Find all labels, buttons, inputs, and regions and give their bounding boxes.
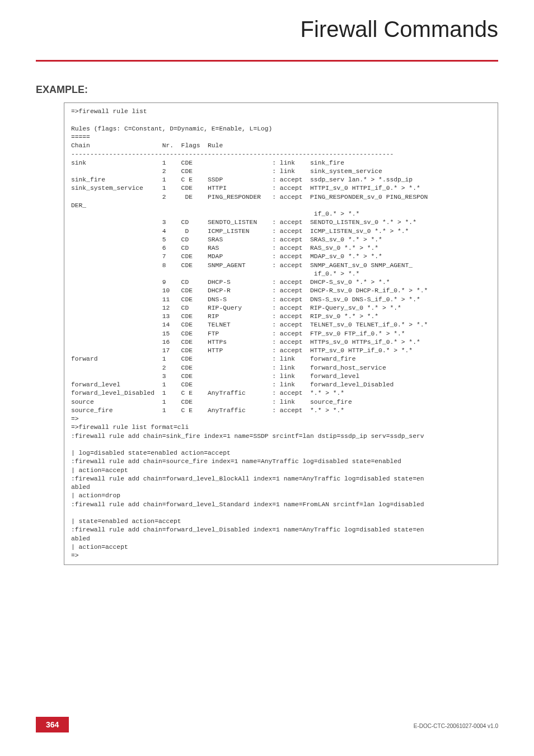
doc-id-label: E-DOC-CTC-20061027-0004 v1.0 [414, 723, 498, 729]
example-heading: EXAMPLE: [36, 84, 498, 96]
code-block: =>firewall rule list Rules (flags: C=Con… [64, 102, 498, 565]
page-title: Firewall Commands [0, 0, 498, 42]
page-footer: 364 E-DOC-CTC-20061027-0004 v1.0 [0, 717, 534, 732]
page-number-badge: 364 [36, 717, 69, 732]
content-area: EXAMPLE: =>firewall rule list Rules (fla… [0, 62, 534, 565]
page-header: Firewall Commands [0, 0, 534, 62]
header-divider [36, 60, 498, 62]
